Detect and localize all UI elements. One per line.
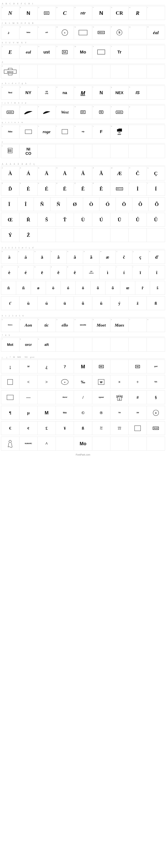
svg-text:NISSAN: NISSAN — [7, 71, 13, 73]
glyph-cell — [147, 228, 165, 242]
glyph-cell: U ust — [38, 45, 56, 59]
glyph-cell: p — [129, 105, 147, 119]
glyph-cell — [92, 65, 111, 79]
glyph-cell: NE — [129, 360, 147, 373]
glyph-cell — [38, 65, 56, 79]
glyph-cell: > — [38, 375, 56, 389]
glyph-grid-d: y NICO — [1, 144, 165, 158]
glyph-cell: Ě Ě — [74, 182, 92, 196]
glyph-cell: ó — [61, 281, 76, 295]
glyph-cell: 9 aft — [38, 338, 56, 351]
glyph-cell — [92, 228, 111, 242]
glyph-cell: W — [92, 375, 111, 389]
glyph-cell: Æ Æ — [110, 167, 129, 180]
glyph-cell: ¿ — [38, 360, 56, 373]
glyph-cell — [129, 338, 147, 351]
logo-svg — [79, 30, 87, 35]
glyph-cell — [74, 145, 92, 158]
glyph-cell: M c — [56, 26, 74, 39]
glyph-cell: ^ — [38, 437, 56, 451]
glyph-cell — [92, 145, 111, 158]
glyph-cell: V SA — [56, 45, 74, 59]
glyph-cell — [56, 437, 74, 451]
glyph-cell: ¶ — [1, 406, 19, 420]
glyph-cell: ORUTE IS — [83, 266, 99, 279]
glyph-cell: ‰ — [74, 375, 92, 389]
logo-svg — [41, 109, 52, 115]
glyph-cell: á á — [17, 250, 34, 264]
glyph-cell: Ñ — [34, 197, 50, 211]
glyph-cell: ä ä — [34, 250, 50, 264]
glyph-grid-special-5: € ¢ £ ¥ ß NutFee nenade B NLM — [1, 421, 165, 435]
glyph-cell — [129, 65, 147, 79]
logo-svg — [7, 148, 13, 155]
glyph-cell — [147, 45, 165, 59]
glyph-cell: 4 MOORE — [74, 318, 92, 332]
glyph-cell — [129, 125, 147, 138]
svg-text:W: W — [100, 381, 102, 383]
glyph-grid-special-2: < > ✦ ‰ W × ÷ fick — [1, 375, 165, 389]
glyph-cell: O MEGA — [92, 26, 111, 39]
glyph-grid-ext-lower-3: ň ñ ø ò ó ö ô õ œ ř š — [1, 281, 165, 295]
glyph-cell: Õ — [149, 197, 165, 211]
glyph-cell: Ú — [92, 213, 111, 227]
glyph-cell: µ — [19, 406, 38, 420]
glyph-cell: ã ã — [83, 250, 99, 264]
glyph-cell: è è — [1, 266, 17, 279]
glyph-cell: s roge — [38, 125, 56, 138]
glyph-grid-a: a Neut b NY c ORUTE d na e M f N g — [1, 86, 165, 99]
glyph-cell: Ã Ã — [92, 167, 111, 180]
glyph-cell: Č Č — [129, 167, 147, 180]
glyph-cell: T eal — [19, 45, 38, 59]
glyph-cell: B N — [19, 6, 38, 20]
glyph-cell: gvet — [147, 360, 165, 373]
glyph-cell: 5 Moet — [92, 318, 111, 332]
glyph-cell: nguear — [92, 391, 111, 404]
glyph-cell: ů — [74, 297, 92, 310]
glyph-cell: bil — [19, 360, 38, 373]
glyph-cell: ç ç — [132, 250, 149, 264]
logo-svg — [116, 394, 123, 401]
glyph-grid-ext-lower-4: ť ù ú ü ů û ý ž ß — [1, 296, 165, 310]
glyph-cell: ß — [147, 297, 165, 310]
glyph-cell: E ntr — [74, 6, 92, 20]
glyph-cell: ✦ — [56, 375, 74, 389]
glyph-cell: A N — [1, 6, 19, 20]
glyph-cell: b NY — [19, 86, 38, 99]
svg-text:⊕: ⊕ — [155, 412, 157, 414]
logo-svg: c — [61, 29, 69, 36]
glyph-cell: ÷ — [129, 375, 147, 389]
glyph-cell — [147, 125, 165, 138]
glyph-cell: ¢ — [19, 422, 38, 435]
section-header-ext-lower: à á ä å â ã æ č ç ď — [1, 246, 165, 249]
glyph-cell — [147, 338, 165, 351]
glyph-cell — [147, 86, 165, 99]
glyph-cell: Mo — [74, 437, 92, 451]
glyph-cell: h IS — [129, 86, 147, 99]
glyph-cell: û — [92, 297, 111, 310]
glyph-cell — [1, 391, 19, 404]
glyph-cell: Ì Ì — [129, 182, 147, 196]
logo-svg — [7, 395, 14, 400]
glyph-cell: Q — [129, 26, 147, 39]
glyph-grid-ext-upper-1: À À Á Á Ä Ä Å Å Â Â Ã Ã Æ Æ Č Č — [1, 166, 165, 180]
logo-svg: ⊕ — [152, 409, 159, 416]
glyph-cell: w XD MMP — [110, 125, 129, 138]
section-header-a: a b c d e f g h — [1, 82, 165, 85]
section-header-1: J K L M N O P Q R — [1, 22, 165, 25]
glyph-cell: m EX — [74, 105, 92, 119]
svg-rect-17 — [25, 130, 32, 133]
svg-text:c: c — [64, 31, 66, 34]
glyph-cell: Ó — [99, 197, 116, 211]
section-header-0: A B C D E F G H I — [1, 2, 165, 5]
glyph-cell: ì ì — [99, 266, 116, 279]
glyph-cell: k — [38, 105, 56, 119]
main-container: A B C D E F G H I A N B N C NIS D C E nt… — [0, 0, 166, 459]
glyph-cell: ® — [92, 406, 111, 420]
glyph-cell — [147, 437, 165, 451]
glyph-grid-ext-lower-2: è è é é ë ë ě ě ê ê ORUTE IS ì ì í í — [1, 266, 165, 279]
glyph-cell: fick — [147, 375, 165, 389]
glyph-cell: Ç Ç — [147, 167, 165, 180]
glyph-cell: ⊕ — [147, 406, 165, 420]
glyph-cell: q Ndas — [1, 125, 19, 138]
